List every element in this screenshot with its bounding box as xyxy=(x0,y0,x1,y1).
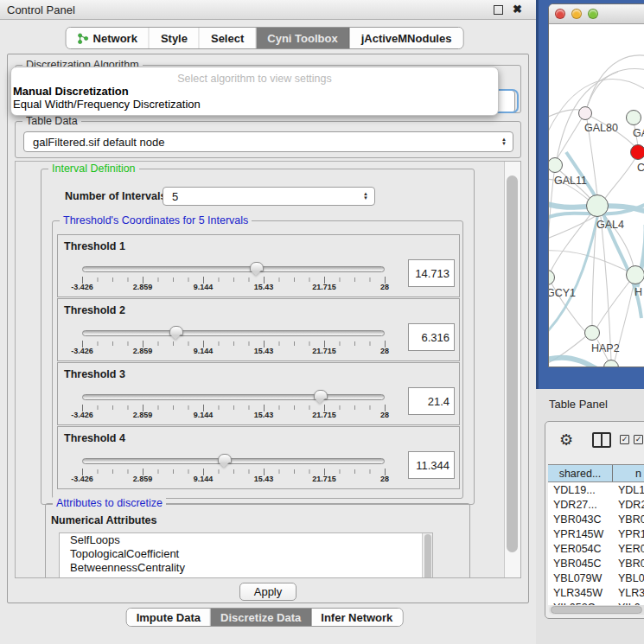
slider-track[interactable] xyxy=(82,394,385,400)
table-row[interactable]: YLR345WYLR3 xyxy=(548,585,644,600)
slider-track[interactable] xyxy=(82,266,385,272)
dropdown-option-equal-width-frequency-discretization[interactable]: Equal Width/Frequency Discretization xyxy=(11,98,498,111)
dropdown-options: Manual DiscretizationEqual Width/Frequen… xyxy=(11,85,498,111)
minimize-traffic-light[interactable] xyxy=(571,9,582,19)
settings-vertical-scrollbar[interactable] xyxy=(504,162,520,577)
scrollbar-thumb[interactable] xyxy=(551,606,642,614)
cell-name: YPR1 xyxy=(613,528,644,540)
tab-label: jActiveMNodules xyxy=(361,32,452,45)
network-node-gal80[interactable] xyxy=(578,106,592,120)
thresholds-group-title: Threshold's Coordinates for 5 Intervals xyxy=(60,214,252,226)
interval-definition-group: Interval Definition Number of Intervals … xyxy=(41,169,475,505)
tab-jactivemnodules[interactable]: jActiveMNodules xyxy=(350,28,463,48)
attributes-list-scrollbar[interactable] xyxy=(422,533,432,577)
tick-label: 9.144 xyxy=(194,475,214,483)
close-traffic-light[interactable] xyxy=(555,9,565,19)
control-panel-titlebar: Control Panel ✖ xyxy=(0,0,536,20)
network-node-label: GCY1 xyxy=(549,287,576,299)
tick-label: -3.426 xyxy=(71,283,93,291)
dropdown-option-manual-discretization[interactable]: Manual Discretization xyxy=(11,85,498,98)
cell-name: YER0 xyxy=(613,543,644,555)
slider-track[interactable] xyxy=(82,330,385,336)
scrollbar-thumb[interactable] xyxy=(507,175,518,552)
table-row[interactable]: YDR27...YDR2 xyxy=(548,497,644,512)
network-canvas[interactable]: GAL80GALCGAL11GAL4GCY1HHAP2 xyxy=(549,24,644,367)
network-node-c[interactable] xyxy=(630,144,644,160)
network-node-gal4[interactable] xyxy=(586,194,609,217)
tick-label: 9.144 xyxy=(194,411,214,419)
tab-infer-network[interactable]: Infer Network xyxy=(311,609,402,626)
split-view-icon[interactable] xyxy=(592,432,611,448)
tab-label: Cyni Toolbox xyxy=(267,32,337,45)
cell-name: YBL0 xyxy=(613,572,644,584)
stepper-icon[interactable] xyxy=(501,137,507,146)
maximize-traffic-light[interactable] xyxy=(588,9,598,19)
slider-thumb[interactable] xyxy=(169,326,183,341)
tick-label: 2.859 xyxy=(133,283,153,291)
gear-icon[interactable]: ⚙ xyxy=(559,430,573,450)
network-node-h[interactable] xyxy=(626,265,644,284)
checkbox-icon[interactable] xyxy=(634,435,643,444)
table-row[interactable]: YBR043CYBR0 xyxy=(548,512,644,526)
apply-button[interactable]: Apply xyxy=(239,583,296,601)
tick-label: 15.43 xyxy=(254,283,274,291)
slider-thumb[interactable] xyxy=(314,390,328,405)
close-icon[interactable]: ✖ xyxy=(513,3,522,16)
dropdown-hint: Select algorithm to view settings xyxy=(11,73,498,85)
checkbox-icon[interactable] xyxy=(620,435,629,444)
table-row[interactable]: YBR045CYBR0 xyxy=(548,556,644,571)
table-row[interactable]: YBL079WYBL0 xyxy=(548,571,644,585)
tab-select[interactable]: Select xyxy=(200,28,256,48)
table-horizontal-scrollbar[interactable] xyxy=(549,605,644,615)
threshold-value-field[interactable]: 14.713 xyxy=(408,259,455,287)
threshold-value-field[interactable]: 21.4 xyxy=(408,387,455,415)
slider-track[interactable] xyxy=(82,458,385,464)
numerical-attributes-label: Numerical Attributes xyxy=(51,514,156,526)
thresholds-group: Threshold's Coordinates for 5 Intervals … xyxy=(52,220,463,499)
threshold-value-field[interactable]: 11.344 xyxy=(408,451,455,479)
threshold-label: Threshold 2 xyxy=(64,304,125,316)
tab-label: Impute Data xyxy=(137,611,201,624)
stepper-icon[interactable] xyxy=(363,192,368,201)
cell-shared-name: YLR345W xyxy=(548,587,613,599)
column-header-2[interactable]: n xyxy=(613,465,644,481)
network-node-gal[interactable] xyxy=(626,110,641,125)
network-node-label: GAL4 xyxy=(596,219,624,231)
float-window-icon[interactable] xyxy=(494,5,503,15)
tab-style[interactable]: Style xyxy=(150,28,200,48)
cell-name: YDL1 xyxy=(613,484,644,496)
table-panel-title: Table Panel xyxy=(549,398,608,411)
network-node-label: HAP2 xyxy=(591,342,620,354)
threshold-label: Threshold 1 xyxy=(64,240,125,252)
threshold-panel-threshold-4: Threshold 4-3.4262.8599.14415.4321.71528… xyxy=(57,426,460,489)
num-intervals-combo[interactable]: 5 xyxy=(163,187,375,206)
attribute-item-betweennesscentrality[interactable]: BetweennessCentrality xyxy=(60,561,432,575)
tick-label: 21.715 xyxy=(312,475,336,483)
network-node-hap2[interactable] xyxy=(584,325,600,341)
table-row[interactable]: YER054CYER0 xyxy=(548,541,644,556)
cell-shared-name: YBR045C xyxy=(548,558,613,570)
attribute-item-topologicalcoefficient[interactable]: TopologicalCoefficient xyxy=(60,547,432,561)
table-row[interactable]: YDL19...YDL1 xyxy=(548,482,644,497)
network-node-label: H xyxy=(634,286,642,298)
table-data-combo[interactable]: galFiltered.sif default node xyxy=(23,131,513,152)
window-title: Control Panel xyxy=(7,3,75,16)
apply-row: Apply xyxy=(8,578,528,603)
network-node-label: C xyxy=(637,162,644,174)
attribute-item-selfloops[interactable]: SelfLoops xyxy=(60,533,432,547)
slider-thumb[interactable] xyxy=(250,262,264,277)
table-row[interactable]: YPR145WYPR1 xyxy=(548,526,644,541)
tab-network[interactable]: Network xyxy=(67,28,150,48)
tab-impute-data[interactable]: Impute Data xyxy=(127,609,211,626)
column-header-1[interactable]: shared... xyxy=(548,465,613,481)
tick-label: 21.715 xyxy=(312,283,336,291)
tab-discretize-data[interactable]: Discretize Data xyxy=(211,609,311,626)
tick-label: 9.144 xyxy=(194,347,214,355)
num-intervals-label: Number of Intervals xyxy=(65,190,166,202)
threshold-value-field[interactable]: 6.316 xyxy=(408,323,455,351)
slider-thumb[interactable] xyxy=(218,454,232,469)
tick-label: 9.144 xyxy=(194,283,214,291)
minor-ticks xyxy=(82,341,385,346)
tab-cyni-toolbox[interactable]: Cyni Toolbox xyxy=(256,28,349,48)
network-desktop: GAL80GALCGAL11GAL4GCY1HHAP2 Table Panel … xyxy=(536,0,644,644)
